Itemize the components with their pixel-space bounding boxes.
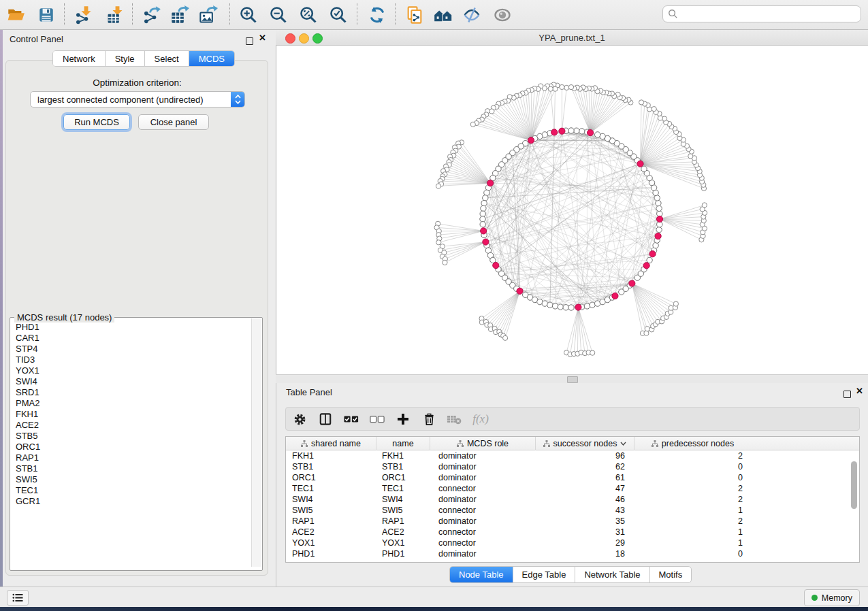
tab-node-table[interactable]: Node Table — [450, 567, 513, 582]
table-row[interactable]: SWI5SWI5connector431 — [286, 505, 859, 516]
column-header-name[interactable]: name — [376, 437, 430, 450]
table-scrollbar[interactable] — [851, 452, 857, 561]
table-cell[interactable]: 1 — [634, 538, 751, 548]
table-row[interactable]: PHD1PHD1dominator180 — [286, 548, 859, 559]
table-cell[interactable]: connector — [430, 527, 536, 537]
table-cell[interactable]: 2 — [634, 516, 751, 526]
table-cell[interactable]: RAP1 — [286, 516, 376, 526]
table-cell[interactable]: YOX1 — [376, 538, 430, 548]
table-cell[interactable]: 2 — [634, 495, 751, 504]
mcds-result-item[interactable]: FKH1 — [11, 409, 253, 420]
zoom-out-button[interactable] — [267, 3, 290, 26]
table-cell[interactable]: 29 — [536, 538, 634, 548]
mcds-result-item[interactable]: YOX1 — [11, 365, 253, 376]
table-cell[interactable]: 2 — [634, 484, 751, 493]
table-cell[interactable]: SWI5 — [286, 506, 376, 515]
zoom-in-button[interactable] — [237, 3, 260, 26]
table-cell[interactable]: dominator — [430, 549, 536, 559]
add-column-button[interactable] — [393, 410, 413, 428]
column-header-successor-nodes[interactable]: successor nodes — [536, 437, 634, 450]
table-cell[interactable]: TEC1 — [286, 484, 376, 493]
zoom-selected-button[interactable] — [327, 3, 350, 26]
open-session-button[interactable] — [4, 3, 27, 26]
table-cell[interactable]: 61 — [536, 473, 634, 482]
mcds-result-item[interactable]: PHD1 — [11, 322, 253, 333]
export-image-button[interactable] — [197, 3, 220, 26]
mcds-result-item[interactable]: STB1 — [11, 463, 253, 474]
close-panel-content-button[interactable]: Close panel — [138, 114, 209, 130]
table-cell[interactable]: 46 — [536, 495, 634, 504]
table-cell[interactable]: connector — [430, 484, 536, 493]
table-cell[interactable]: FKH1 — [286, 451, 376, 461]
table-cell[interactable]: 35 — [536, 516, 634, 526]
float-panel-button[interactable] — [246, 35, 253, 48]
table-cell[interactable]: 62 — [536, 462, 634, 472]
table-cell[interactable]: 1 — [634, 506, 751, 515]
table-cell[interactable]: 0 — [634, 462, 751, 472]
mcds-result-item[interactable]: RAP1 — [11, 452, 253, 463]
save-session-button[interactable] — [35, 3, 58, 26]
table-cell[interactable]: ORC1 — [376, 473, 430, 482]
function-builder-button[interactable]: f(x) — [471, 410, 490, 428]
table-cell[interactable]: connector — [430, 506, 536, 515]
deselect-all-button[interactable] — [368, 410, 387, 428]
criterion-dropdown[interactable]: largest connected component (undirected) — [30, 91, 245, 108]
table-settings-button[interactable] — [290, 410, 309, 428]
tab-edge-table[interactable]: Edge Table — [513, 567, 576, 582]
table-cell[interactable]: 18 — [536, 549, 634, 559]
mcds-result-item[interactable]: ACE2 — [11, 420, 253, 431]
table-cell[interactable]: RAP1 — [376, 516, 430, 526]
table-cell[interactable]: SWI4 — [376, 495, 430, 504]
export-network-button[interactable] — [140, 3, 163, 26]
show-columns-button[interactable] — [316, 410, 335, 428]
table-cell[interactable]: ACE2 — [286, 527, 376, 537]
table-cell[interactable]: PHD1 — [376, 549, 430, 559]
table-cell[interactable]: dominator — [430, 516, 536, 526]
table-cell[interactable]: PHD1 — [286, 549, 376, 559]
tab-network[interactable]: Network — [53, 51, 106, 66]
table-cell[interactable]: STB1 — [376, 462, 430, 472]
table-cell[interactable]: 0 — [634, 473, 751, 482]
table-cell[interactable]: SWI5 — [376, 506, 430, 515]
search-box[interactable] — [662, 5, 861, 22]
search-input[interactable] — [681, 8, 861, 20]
table-cell[interactable]: YOX1 — [286, 538, 376, 548]
export-table-button[interactable] — [168, 3, 191, 26]
refresh-layout-button[interactable] — [366, 3, 389, 26]
show-panels-button[interactable] — [7, 590, 29, 606]
table-cell[interactable]: connector — [430, 538, 536, 548]
hide-selected-button[interactable] — [460, 3, 483, 26]
mcds-result-item[interactable]: STB5 — [11, 431, 253, 442]
run-mcds-button[interactable]: Run MCDS — [63, 114, 130, 130]
table-cell[interactable]: 2 — [634, 451, 751, 461]
import-network-button[interactable] — [72, 3, 95, 26]
table-cell[interactable]: 47 — [536, 484, 634, 493]
table-cell[interactable]: dominator — [430, 462, 536, 472]
table-row[interactable]: RAP1RAP1dominator352 — [286, 516, 859, 527]
table-cell[interactable]: STB1 — [286, 462, 376, 472]
mcds-result-item[interactable]: ORC1 — [11, 442, 253, 452]
table-cell[interactable]: 1 — [634, 527, 751, 537]
table-cell[interactable]: dominator — [430, 473, 536, 482]
zoom-fit-button[interactable] — [297, 3, 320, 26]
close-table-panel-button[interactable]: ✕ — [856, 388, 863, 395]
mcds-result-item[interactable]: SWI5 — [11, 474, 253, 485]
horizontal-splitter[interactable] — [276, 374, 868, 383]
mcds-result-item[interactable]: GCR1 — [11, 496, 253, 507]
table-cell[interactable]: 31 — [536, 527, 634, 537]
table-cell[interactable]: dominator — [430, 451, 536, 461]
table-row[interactable]: SWI4SWI4dominator462 — [286, 494, 859, 505]
mcds-result-item[interactable]: SRD1 — [11, 387, 253, 398]
mcds-result-item[interactable]: TID3 — [11, 354, 253, 365]
table-cell[interactable]: FKH1 — [376, 451, 430, 461]
first-neighbors-button[interactable] — [432, 3, 455, 26]
table-row[interactable]: YOX1YOX1connector291 — [286, 538, 859, 548]
close-panel-button[interactable]: ✕ — [259, 35, 266, 42]
tab-motifs[interactable]: Motifs — [650, 567, 692, 582]
tab-style[interactable]: Style — [106, 51, 145, 66]
import-table-button[interactable] — [103, 3, 127, 26]
table-row[interactable]: FKH1FKH1dominator962 — [286, 450, 859, 461]
table-cell[interactable]: ACE2 — [376, 527, 430, 537]
select-all-button[interactable] — [342, 410, 361, 428]
network-view[interactable] — [276, 46, 868, 374]
